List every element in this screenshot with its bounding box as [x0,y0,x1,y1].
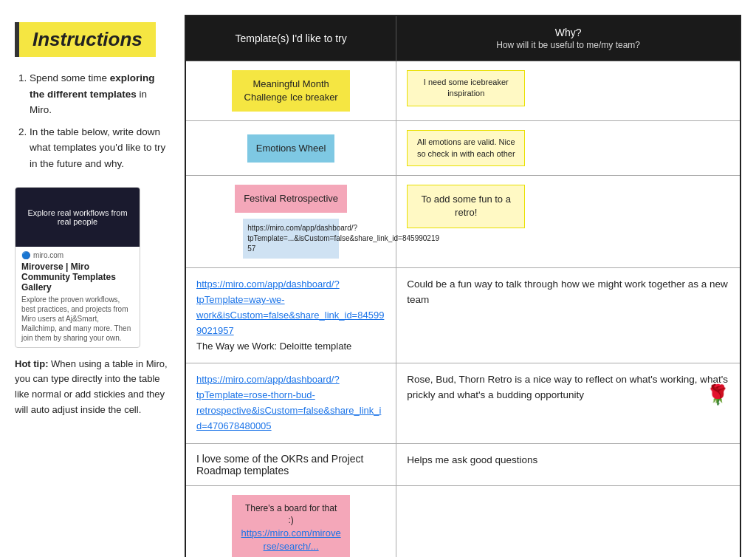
sticky-link-block: https://miro.com/app/dashboard/?tpTempla… [243,219,339,259]
col2-header: Why? How will it be useful to me/my team… [396,16,740,61]
table-row: I love some of the OKRs and Project Road… [185,443,740,485]
rose-thorn-link[interactable]: https://miro.com/app/dashboard/?tpTempla… [196,374,381,431]
sticky-fun-retro: To add some fun to a retro! [407,185,525,228]
link-block-row4: https://miro.com/app/dashboard/?tpTempla… [196,277,385,354]
table-header-row: Template(s) I'd like to try Why? How wil… [185,16,740,61]
sticky-board-for-that: There's a board for that :) https://miro… [232,495,350,557]
okr-template-text: I love some of the OKRs and Project Road… [196,453,363,476]
template-cell-row5: https://miro.com/app/dashboard/?tpTempla… [185,363,396,443]
sticky-icebreaker: I need some icebreaker inspiration [407,70,525,106]
why-cell-row3: To add some fun to a retro! [396,176,740,268]
miro-preview-info: 🔵 miro.com Miroverse | Miro Community Te… [16,247,140,347]
why-cell-row2: All emotions are valid. Nice so check in… [396,121,740,176]
rose-emoji: 🌹 [706,380,729,409]
way-we-work-link[interactable]: https://miro.com/app/dashboard/?tpTempla… [196,278,384,335]
template-cell-row7: There's a board for that :) https://miro… [185,485,396,557]
why-cell-row7 [396,485,740,557]
instructions-list: Spend some time exploring the different … [15,70,170,172]
sticky-festival-retro: Festival Retrospective [235,185,347,213]
template-cell-row2: Emotions Wheel [185,121,396,176]
instruction-item-2: In the table below, write down what temp… [30,124,170,172]
miro-logo-text: miro.com [33,251,63,259]
miro-logo-line: 🔵 miro.com [21,251,134,259]
miro-logo-icon: 🔵 [21,251,30,259]
table-row: https://miro.com/app/dashboard/?tpTempla… [185,268,740,363]
link-block-row5: https://miro.com/app/dashboard/?tpTempla… [196,372,385,434]
miroverse-link[interactable]: https://miro.com/miroverse/search/... [241,527,341,552]
table-row: Meaningful Month Challenge Ice breaker I… [185,61,740,121]
miro-preview-image: Explore real workflows from real people [16,188,140,247]
miro-link-title[interactable]: Miroverse | Miro Community Templates Gal… [21,262,134,293]
sticky-all-emotions: All emotions are valid. Nice so check in… [407,130,525,166]
template-cell-row4: https://miro.com/app/dashboard/?tpTempla… [185,268,396,363]
table-row: https://miro.com/app/dashboard/?tpTempla… [185,363,740,443]
miro-preview-card[interactable]: Explore real workflows from real people … [15,187,140,348]
table-row: There's a board for that :) https://miro… [185,485,740,557]
col2-header-line1: Why? [555,27,582,38]
why-cell-row4: Could be a fun way to talk through how w… [396,268,740,363]
instructions-title: Instructions [15,22,156,57]
template-cell-row1: Meaningful Month Challenge Ice breaker [185,61,396,121]
hot-tip-text: Hot tip: When using a table in Miro, you… [15,357,170,418]
table-row: Festival Retrospective https://miro.com/… [185,176,740,268]
table-row: Emotions Wheel All emotions are valid. N… [185,121,740,176]
miro-description: Explore the proven workflows, best pract… [21,295,134,343]
way-we-work-label: The Way we Work: Deloitte template [196,341,351,352]
sticky-meaningful-month: Meaningful Month Challenge Ice breaker [232,70,350,112]
col1-header: Template(s) I'd like to try [185,16,396,61]
hot-tip-label: Hot tip: [15,358,48,369]
miro-preview-image-text: Explore real workflows from real people [16,204,140,230]
why-cell-row5: Rose, Bud, Thorn Retro is a nice way to … [396,363,740,443]
col2-header-line2: How will it be useful to me/my team? [496,40,640,50]
sticky-emotions-wheel: Emotions Wheel [247,134,335,163]
instruction-item-1: Spend some time exploring the different … [30,70,170,118]
main-content: Template(s) I'd like to try Why? How wil… [185,15,741,557]
main-table: Template(s) I'd like to try Why? How wil… [185,15,741,557]
why-cell-row1: I need some icebreaker inspiration [396,61,740,121]
why-cell-row6: Helps me ask good questions [396,443,740,485]
left-panel: Instructions Spend some time exploring t… [15,22,170,418]
template-cell-row3: Festival Retrospective https://miro.com/… [185,176,396,268]
template-cell-row6: I love some of the OKRs and Project Road… [185,443,396,485]
